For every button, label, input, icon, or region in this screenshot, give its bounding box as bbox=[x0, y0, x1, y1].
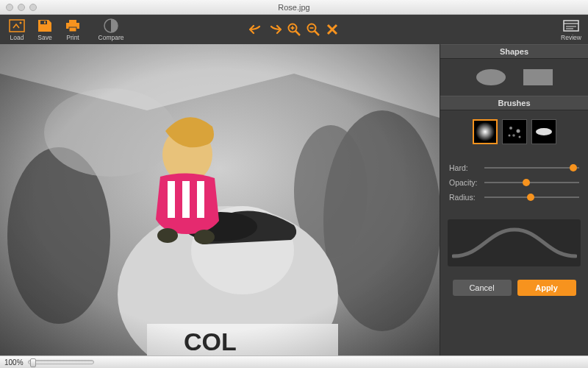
toolbar: Load Save Print Compare bbox=[0, 15, 588, 44]
svg-rect-6 bbox=[69, 27, 76, 32]
slider-opacity: Opacity: bbox=[449, 178, 579, 187]
toolbar-center bbox=[249, 23, 339, 36]
shape-rectangle[interactable] bbox=[523, 69, 553, 85]
photo-preview: COL bbox=[0, 44, 440, 355]
svg-point-41 bbox=[509, 127, 512, 130]
redo-button[interactable] bbox=[268, 23, 282, 36]
svg-point-43 bbox=[512, 134, 515, 137]
zoom-slider[interactable] bbox=[28, 360, 94, 364]
zoom-out-button[interactable] bbox=[306, 23, 320, 36]
load-button[interactable]: Load bbox=[4, 16, 29, 43]
shape-ellipse[interactable] bbox=[476, 69, 506, 85]
minimize-icon[interactable] bbox=[18, 4, 25, 11]
slider-radius-track[interactable] bbox=[484, 193, 579, 202]
cancel-button[interactable]: Cancel bbox=[453, 280, 512, 296]
print-button[interactable]: Print bbox=[60, 16, 85, 43]
svg-line-9 bbox=[295, 31, 300, 35]
close-tool-button[interactable] bbox=[326, 23, 339, 36]
canvas[interactable]: COL bbox=[0, 44, 440, 355]
statusbar: 100% bbox=[0, 355, 588, 368]
save-icon bbox=[37, 18, 53, 33]
brush-soft-round[interactable] bbox=[473, 119, 498, 144]
svg-point-1 bbox=[20, 21, 22, 24]
brush-scatter[interactable] bbox=[502, 119, 527, 144]
save-button[interactable]: Save bbox=[32, 16, 57, 43]
shapes-row bbox=[440, 59, 588, 96]
main: COL Shapes Brushes bbox=[0, 44, 588, 355]
svg-point-45 bbox=[508, 135, 510, 137]
slider-radius: Radius: bbox=[449, 193, 579, 202]
window-controls bbox=[6, 4, 37, 11]
slider-radius-label: Radius: bbox=[449, 193, 484, 202]
save-label: Save bbox=[37, 34, 51, 41]
svg-point-47 bbox=[536, 128, 552, 135]
brushes-header: Brushes bbox=[440, 96, 588, 110]
print-icon bbox=[65, 18, 81, 33]
review-icon bbox=[563, 18, 579, 33]
slider-hard-track[interactable] bbox=[484, 163, 579, 172]
zoom-in-button[interactable] bbox=[287, 23, 301, 36]
load-label: Load bbox=[10, 34, 24, 41]
apply-button[interactable]: Apply bbox=[517, 280, 576, 296]
review-label: Review bbox=[561, 34, 581, 41]
review-button[interactable]: Review bbox=[559, 16, 584, 43]
load-icon bbox=[9, 18, 25, 33]
compare-icon bbox=[103, 18, 119, 33]
compare-button[interactable]: Compare bbox=[98, 16, 123, 43]
brushes-row bbox=[440, 110, 588, 155]
button-row: Cancel Apply bbox=[440, 275, 588, 303]
svg-rect-5 bbox=[69, 20, 76, 23]
svg-line-13 bbox=[315, 31, 319, 35]
svg-point-39 bbox=[476, 122, 495, 141]
zoom-value: 100% bbox=[4, 358, 24, 367]
shapes-header: Shapes bbox=[440, 44, 588, 59]
svg-point-44 bbox=[518, 136, 520, 138]
zoom-icon[interactable] bbox=[29, 4, 37, 11]
svg-rect-2 bbox=[40, 21, 47, 24]
print-label: Print bbox=[66, 34, 79, 41]
svg-rect-40 bbox=[503, 121, 526, 143]
slider-opacity-track[interactable] bbox=[484, 178, 579, 187]
undo-button[interactable] bbox=[249, 23, 262, 36]
close-icon[interactable] bbox=[6, 4, 13, 11]
sliders: Hard: Opacity: Radius: bbox=[440, 155, 588, 215]
sidebar: Shapes Brushes Hard: bbox=[440, 44, 588, 355]
svg-rect-3 bbox=[44, 21, 46, 24]
titlebar: Rose.jpg bbox=[0, 0, 588, 15]
slider-hard-label: Hard: bbox=[449, 163, 484, 172]
brush-flat[interactable] bbox=[531, 119, 556, 144]
slider-hard: Hard: bbox=[449, 163, 579, 172]
curve-preview bbox=[448, 219, 581, 266]
svg-point-42 bbox=[516, 130, 520, 133]
compare-label: Compare bbox=[98, 34, 124, 41]
svg-rect-38 bbox=[0, 44, 440, 355]
window-title: Rose.jpg bbox=[0, 3, 588, 12]
svg-rect-17 bbox=[564, 21, 578, 31]
slider-opacity-label: Opacity: bbox=[449, 178, 484, 187]
